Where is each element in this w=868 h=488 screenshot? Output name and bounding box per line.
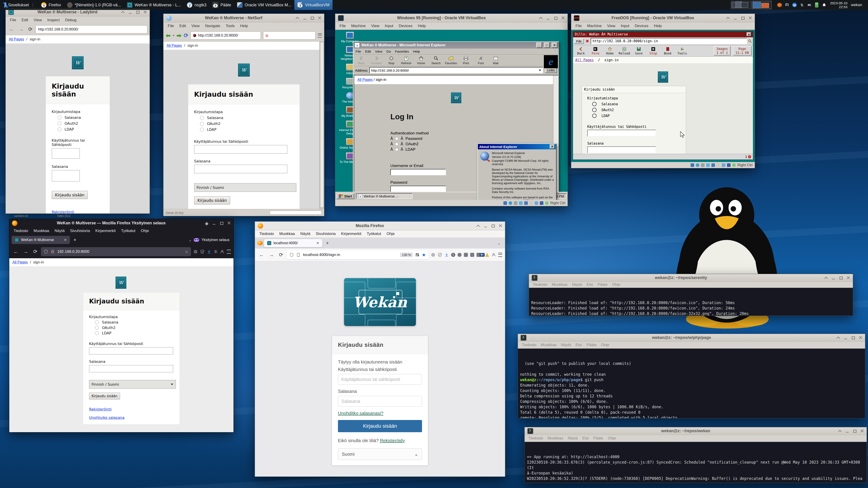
shade-icon[interactable] [205,221,209,225]
menu-item[interactable]: View [375,50,382,53]
close-icon[interactable] [144,10,147,14]
extension-icon[interactable] [470,253,474,257]
new-tab-button[interactable]: + [71,237,79,243]
font-button[interactable]: AFont [473,55,488,65]
menu-item[interactable]: Tools [223,23,237,29]
radio-icon[interactable] [395,137,398,140]
save-button[interactable]: Save [632,46,645,55]
radio-icon[interactable] [200,128,204,131]
close-icon[interactable] [749,16,752,20]
shield-icon[interactable] [43,250,48,254]
menu-item[interactable]: Näytä [559,342,573,348]
taskbar-button[interactable]: WeKan ® Multiverse - L... [124,0,184,10]
back-icon[interactable]: ⬅ [166,32,170,39]
reload-icon[interactable]: ⟳ [184,32,188,39]
account-icon[interactable] [491,253,496,257]
desktop-file-label[interactable]: sanitize.txt [14,214,28,218]
close-icon[interactable] [861,429,864,433]
radio-icon[interactable] [592,113,596,118]
menu-item[interactable]: View [604,23,618,29]
menu-item[interactable]: Työkalut [119,228,138,234]
menu-item[interactable]: Kirjanmerkit [93,228,118,234]
menu-item[interactable]: Muokkaa [546,435,565,441]
menu-item[interactable]: Muokkaa [31,228,52,234]
menu-item[interactable]: Help [238,23,250,29]
reader-mode-icon[interactable] [415,253,420,257]
maximize-icon[interactable]: □ [544,42,550,48]
back-button[interactable]: Back [354,55,369,65]
tab-close-icon[interactable]: ✕ [316,241,319,245]
netsurf-titlebar[interactable]: WeKan ® Multiverse - NetSurf [163,14,324,22]
radio-icon[interactable] [395,142,398,146]
signin-button[interactable]: Kirjaudu sisään [52,191,88,199]
auth-radio[interactable]: Salasana [58,116,104,120]
forward-icon[interactable]: → [268,252,275,258]
radio-icon[interactable] [395,148,398,151]
auth-radio[interactable]: Salasana [95,320,174,324]
reload-icon[interactable]: ⟳ [32,249,39,255]
signin-button[interactable]: Kirjaudu sisään [338,420,422,432]
bookmarks-button[interactable]: Book [661,46,674,55]
shield-check-icon[interactable] [438,253,442,257]
menu-item[interactable]: Pääte [591,435,605,441]
radio-icon[interactable] [592,102,596,106]
back-icon[interactable]: ← [8,26,16,32]
download-icon[interactable] [207,250,211,254]
menu-icon[interactable] [227,250,231,254]
menu-item[interactable]: Kirjanmerkit [339,231,364,237]
auth-radio[interactable]: Salasana [592,102,680,106]
radio-icon[interactable] [58,127,61,131]
menu-item[interactable]: Ohje [138,228,151,234]
auth-radio[interactable]: OAuth2 [95,326,174,330]
about-titlebar[interactable]: About Internet Explorer ✕ [478,144,556,149]
notifications-bell-icon[interactable] [822,3,827,7]
forgot-password-link[interactable]: Unohditko salasanasi? [338,411,383,416]
tabs-dropdown-icon[interactable]: ⌄ [498,241,503,246]
shade-icon[interactable] [838,429,842,433]
url-input[interactable]: http://192.168.0.20:8000/ [35,25,147,33]
maximize-icon[interactable] [220,221,223,225]
fingerprint-icon[interactable] [193,250,198,254]
maximize-icon[interactable] [136,10,140,14]
bug-meter-icon[interactable] [748,155,751,158]
taskbar-button[interactable]: 3 Firefox [38,0,64,10]
auth-radio[interactable]: OAuth2 [200,122,293,126]
password-input[interactable] [587,147,656,153]
stop-button[interactable]: Stop [647,46,660,55]
tabs-dropdown-icon[interactable]: ⌄ [188,238,191,242]
menu-item[interactable]: Edit [19,17,31,23]
extension-icon[interactable] [485,253,489,257]
menu-item[interactable]: Tiedosto [11,228,31,234]
maximize-icon[interactable] [311,16,314,20]
shade-icon[interactable] [837,336,840,339]
username-input[interactable] [52,148,80,159]
back-icon[interactable]: ← [258,252,266,258]
extension-icon[interactable]: S [214,250,218,254]
minimize-icon[interactable] [734,16,737,20]
favorites-button[interactable]: Favorites [444,55,458,65]
radio-icon[interactable] [95,326,99,330]
shade-icon[interactable] [726,16,730,20]
user-menu[interactable]: wekan [851,3,864,7]
taskbar-button[interactable]: 5 Pääte [209,0,234,10]
volume-icon[interactable] [807,3,811,7]
forward-icon[interactable]: ➡ [177,32,182,39]
page-icon[interactable] [296,253,301,257]
menu-item[interactable]: File [7,17,19,23]
menu-item[interactable]: Etsi [574,342,584,348]
forward-icon[interactable]: → [18,26,25,32]
refresh-button[interactable]: Refresh [399,55,413,65]
forward-button[interactable]: Forward [369,55,383,65]
all-pages-link[interactable]: All Pages [166,43,182,48]
ffmain-titlebar[interactable]: Mozilla Firefox [255,222,505,230]
shield-check-icon[interactable] [200,250,205,254]
extension-icon[interactable] [458,253,462,257]
term3-output[interactable]: => App running at: http://localhost:4000… [525,442,867,483]
menu-item[interactable]: View [189,23,202,29]
radio-icon[interactable] [95,331,99,335]
menu-item[interactable]: File [355,50,361,53]
password-input[interactable] [391,186,446,192]
menu-item[interactable]: Edit [365,50,371,53]
menu-icon[interactable] [318,33,322,37]
term2-output[interactable]: (use "git push" to publish your local co… [518,348,865,418]
